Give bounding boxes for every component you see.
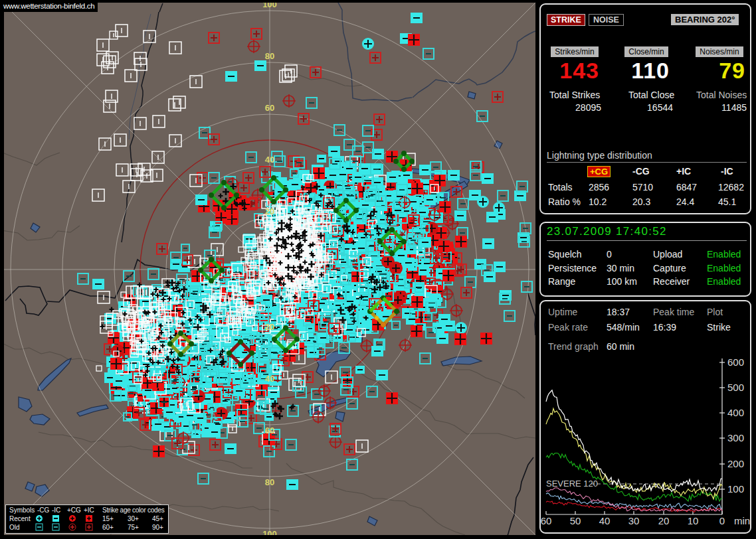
- svg-text:20: 20: [658, 515, 670, 526]
- svg-text:15+: 15+: [102, 515, 114, 522]
- svg-text:30+: 30+: [128, 515, 139, 522]
- svg-text:100: 100: [262, 3, 277, 9]
- svg-text:0: 0: [719, 515, 725, 526]
- svg-text:60: 60: [541, 515, 552, 526]
- svg-text:500: 500: [727, 382, 744, 393]
- svg-text:10: 10: [688, 515, 699, 526]
- svg-text:60: 60: [265, 425, 274, 435]
- svg-text:-CG: -CG: [37, 506, 50, 514]
- svg-text:80: 80: [265, 51, 274, 61]
- svg-text:30: 30: [628, 515, 640, 526]
- svg-text:40: 40: [265, 374, 274, 384]
- svg-text:+CG: +CG: [67, 506, 81, 514]
- svg-text:50: 50: [570, 515, 581, 526]
- svg-text:Old: Old: [9, 524, 20, 531]
- svg-text:20: 20: [265, 206, 274, 216]
- svg-text:45+: 45+: [152, 515, 163, 522]
- svg-text:20: 20: [265, 322, 274, 332]
- svg-text:100: 100: [727, 483, 744, 495]
- svg-text:min: min: [734, 515, 750, 526]
- svg-text:Symbols: Symbols: [9, 506, 35, 514]
- svg-text:SEVERE 120: SEVERE 120: [546, 479, 598, 489]
- svg-text:40: 40: [599, 515, 611, 526]
- svg-text:75+: 75+: [128, 524, 139, 531]
- svg-text:Recent: Recent: [9, 515, 31, 522]
- svg-text:300: 300: [727, 432, 744, 443]
- svg-text:60: 60: [265, 103, 274, 113]
- svg-text:80: 80: [265, 477, 274, 487]
- svg-text:40: 40: [265, 155, 274, 165]
- svg-text:400: 400: [727, 407, 744, 418]
- svg-text:+IC: +IC: [84, 506, 94, 514]
- svg-text:200: 200: [727, 458, 744, 469]
- svg-text:60+: 60+: [102, 524, 114, 531]
- svg-text:90+: 90+: [152, 524, 163, 531]
- svg-text:Strike age color codes: Strike age color codes: [102, 506, 165, 514]
- svg-text:100: 100: [262, 529, 277, 535]
- svg-text:-IC: -IC: [52, 506, 60, 514]
- svg-text:600: 600: [727, 356, 744, 368]
